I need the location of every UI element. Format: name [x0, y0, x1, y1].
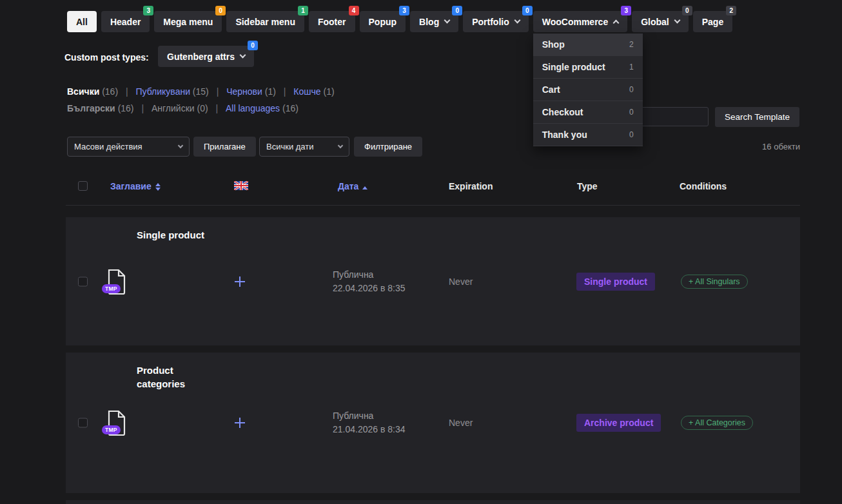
apply-button[interactable]: Прилагане [193, 137, 256, 157]
filter-published-label: Публикувани [135, 86, 190, 97]
tab-sidebar-menu-badge: 1 [298, 6, 308, 15]
tab-woocommerce[interactable]: WooCommerce 3 Shop 2 Single product 1 Ca… [533, 11, 627, 32]
add-translation-icon[interactable] [235, 418, 245, 428]
tab-portfolio-label: Portfolio [472, 17, 509, 27]
tab-blog[interactable]: Blog 0 [410, 11, 458, 32]
filter-all-link[interactable]: Всички (16) [67, 86, 118, 97]
tab-popup[interactable]: Popup 3 [360, 11, 406, 32]
select-all-checkbox[interactable] [78, 181, 88, 191]
items-count: 16 обекти [762, 142, 800, 151]
menu-item-count: 1 [629, 63, 634, 72]
tab-header[interactable]: Header 3 [101, 11, 150, 32]
filter-bulgarian-link[interactable]: Български (16) [67, 103, 134, 113]
filter-drafts-count: (1) [265, 86, 276, 97]
condition-pill[interactable]: + All Categories [681, 416, 753, 430]
filter-published-link[interactable]: Публикувани (15) [135, 86, 208, 97]
filter-english-count: (0) [197, 103, 208, 113]
chevron-down-icon [674, 17, 680, 24]
expiration-cell: Never [449, 276, 473, 287]
date-cell: Публична 22.04.2026 в 8:35 [333, 268, 406, 295]
menu-item-count: 2 [629, 40, 634, 49]
tab-sidebar-menu-label: Sidebar menu [235, 17, 295, 27]
type-badge[interactable]: Single product [576, 273, 655, 291]
row-checkbox[interactable] [78, 276, 88, 286]
filter-trash-count: (1) [323, 86, 334, 97]
dates-filter-select-value: Всички дати [266, 142, 314, 151]
woocommerce-dropdown-menu: Shop 2 Single product 1 Cart 0 Checkout … [533, 34, 643, 146]
tab-all-label: All [76, 17, 88, 27]
bulk-actions-select-value: Масови действия [74, 142, 142, 151]
chevron-down-icon [240, 52, 246, 59]
menu-item-single-product[interactable]: Single product 1 [533, 56, 643, 79]
bulk-actions-select[interactable]: Масови действия [67, 137, 190, 157]
column-header-date-label: Дата [338, 181, 358, 191]
menu-item-label: Single product [542, 62, 605, 72]
tab-blog-badge: 0 [452, 6, 462, 15]
menu-item-count: 0 [629, 108, 634, 117]
type-badge[interactable]: Archive product [576, 414, 661, 432]
status-filter-links: Всички (16) | Публикувани (15) | Чернови… [67, 86, 335, 97]
tab-mega-menu-label: Mega menu [163, 17, 213, 27]
tab-global-label: Global [641, 17, 669, 27]
filter-english-label: Английски [152, 103, 195, 113]
menu-item-shop[interactable]: Shop 2 [533, 34, 643, 56]
tab-mega-menu[interactable]: Mega menu 0 [154, 11, 222, 32]
search-template-button[interactable]: Search Template [715, 107, 799, 127]
menu-item-checkout[interactable]: Checkout 0 [533, 101, 643, 124]
tab-popup-label: Popup [369, 17, 397, 27]
language-filter-links: Български (16) | Английски (0) | All lan… [67, 103, 299, 113]
tab-header-badge: 3 [143, 6, 153, 15]
menu-item-cart[interactable]: Cart 0 [533, 79, 643, 101]
table-row: Single product TMP Публична 22.04.2026 в… [66, 217, 800, 345]
column-header-title[interactable]: Заглавие [110, 181, 161, 191]
tab-footer[interactable]: Footer 4 [309, 11, 355, 32]
chevron-down-icon [338, 142, 343, 148]
column-header-expiration: Expiration [449, 181, 493, 191]
template-file-icon: TMP [104, 409, 128, 436]
filter-drafts-link[interactable]: Чернови (1) [226, 86, 276, 97]
header-divider [66, 205, 800, 206]
separator: | [215, 103, 218, 113]
filter-drafts-label: Чернови [226, 86, 262, 97]
tab-portfolio[interactable]: Portfolio 0 [463, 11, 529, 32]
separator: | [217, 86, 219, 97]
publish-date: 21.04.2026 в 8:34 [333, 423, 406, 436]
tab-woocommerce-badge: 3 [621, 6, 631, 15]
condition-pill[interactable]: + All Singulars [681, 275, 748, 289]
sort-asc-icon [362, 186, 367, 189]
filter-button[interactable]: Филтриране [354, 137, 422, 157]
custom-post-types-dropdown[interactable]: Gutenberg attrs 0 [158, 46, 254, 67]
table-row-partial [66, 500, 800, 504]
table-header: Заглавие Дата Expiration Type Conditions [0, 178, 842, 197]
chevron-up-icon [613, 20, 620, 26]
tab-all[interactable]: All [67, 11, 97, 32]
template-title[interactable]: Product categories [137, 363, 208, 391]
template-title[interactable]: Single product [137, 228, 208, 242]
add-translation-icon[interactable] [235, 276, 245, 287]
custom-post-types-label: Custom post types: [64, 52, 149, 63]
column-header-date[interactable]: Дата [338, 181, 367, 191]
publish-status: Публична [333, 268, 406, 282]
filter-english-link[interactable]: Английски (0) [152, 103, 208, 113]
chevron-down-icon [178, 142, 183, 148]
filter-all-languages-label: All languages [226, 103, 280, 113]
table-row: Product categories TMP Публична 21.04.20… [66, 353, 800, 493]
tab-global[interactable]: Global 0 [632, 11, 689, 32]
filter-bulgarian-count: (16) [118, 103, 134, 113]
templates-admin-page: All Header 3 Mega menu 0 Sidebar menu 1 … [0, 0, 842, 504]
filter-trash-link[interactable]: Кошче (1) [293, 86, 334, 97]
menu-item-thank-you[interactable]: Thank you 0 [533, 124, 643, 146]
tab-sidebar-menu[interactable]: Sidebar menu 1 [226, 11, 304, 32]
dates-filter-select[interactable]: Всички дати [259, 137, 349, 157]
tab-mega-menu-badge: 0 [215, 6, 226, 15]
tab-page[interactable]: Page 2 [693, 11, 732, 32]
tab-page-badge: 2 [726, 6, 736, 15]
tab-footer-label: Footer [318, 17, 346, 27]
row-checkbox[interactable] [78, 418, 88, 428]
chevron-down-icon [444, 17, 451, 24]
filter-all-count: (16) [102, 86, 118, 97]
column-header-type: Type [577, 181, 598, 191]
tab-header-label: Header [110, 17, 141, 27]
filter-all-languages-count: (16) [282, 103, 299, 113]
filter-all-languages-link[interactable]: All languages (16) [226, 103, 299, 113]
